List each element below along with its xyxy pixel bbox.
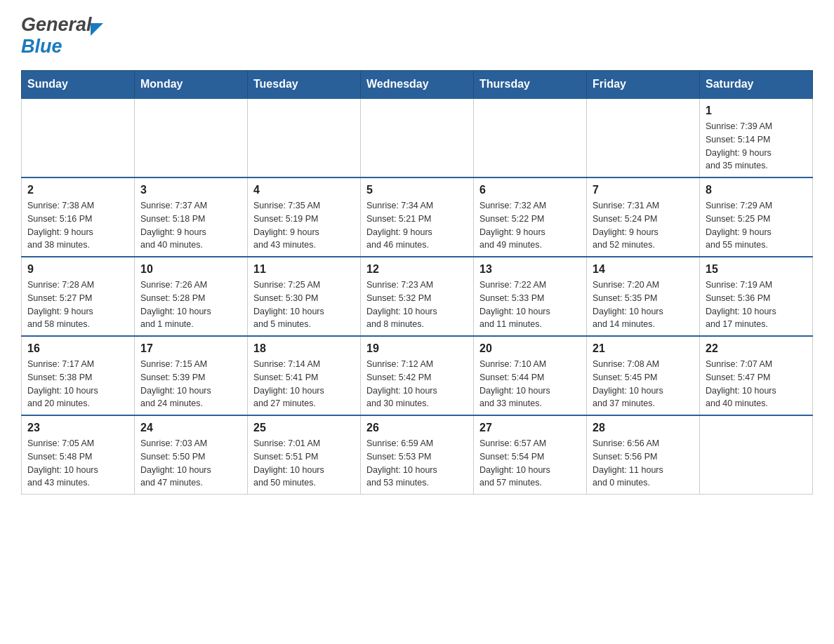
day-info: Sunrise: 7:28 AM Sunset: 5:27 PM Dayligh… xyxy=(27,279,128,331)
day-info: Sunrise: 7:23 AM Sunset: 5:32 PM Dayligh… xyxy=(366,279,468,331)
week-row-5: 23Sunrise: 7:05 AM Sunset: 5:48 PM Dayli… xyxy=(22,415,813,495)
day-info: Sunrise: 6:57 AM Sunset: 5:54 PM Dayligh… xyxy=(479,437,581,490)
calendar-cell: 25Sunrise: 7:01 AM Sunset: 5:51 PM Dayli… xyxy=(248,415,361,495)
calendar-cell: 24Sunrise: 7:03 AM Sunset: 5:50 PM Dayli… xyxy=(135,415,248,495)
calendar-cell: 6Sunrise: 7:32 AM Sunset: 5:22 PM Daylig… xyxy=(474,177,587,257)
day-number: 19 xyxy=(366,342,468,355)
day-number: 18 xyxy=(253,342,355,355)
weekday-header-row: SundayMondayTuesdayWednesdayThursdayFrid… xyxy=(22,71,813,99)
day-number: 10 xyxy=(140,263,241,276)
day-number: 22 xyxy=(706,342,807,355)
week-row-3: 9Sunrise: 7:28 AM Sunset: 5:27 PM Daylig… xyxy=(22,257,813,336)
day-info: Sunrise: 7:01 AM Sunset: 5:51 PM Dayligh… xyxy=(253,437,355,490)
day-info: Sunrise: 6:56 AM Sunset: 5:56 PM Dayligh… xyxy=(593,437,694,490)
calendar-cell: 17Sunrise: 7:15 AM Sunset: 5:39 PM Dayli… xyxy=(135,336,248,415)
calendar-cell: 4Sunrise: 7:35 AM Sunset: 5:19 PM Daylig… xyxy=(248,177,361,257)
day-info: Sunrise: 7:07 AM Sunset: 5:47 PM Dayligh… xyxy=(706,358,807,410)
day-info: Sunrise: 7:39 AM Sunset: 5:14 PM Dayligh… xyxy=(706,120,807,173)
calendar-cell: 8Sunrise: 7:29 AM Sunset: 5:25 PM Daylig… xyxy=(700,177,813,257)
day-number: 28 xyxy=(593,422,694,434)
day-info: Sunrise: 7:34 AM Sunset: 5:21 PM Dayligh… xyxy=(366,199,468,252)
day-number: 20 xyxy=(479,342,581,355)
calendar-cell xyxy=(22,98,135,177)
day-info: Sunrise: 6:59 AM Sunset: 5:53 PM Dayligh… xyxy=(366,437,468,490)
page-header: General Blue xyxy=(21,14,813,58)
calendar-cell: 13Sunrise: 7:22 AM Sunset: 5:33 PM Dayli… xyxy=(474,257,587,336)
day-number: 25 xyxy=(253,422,355,434)
weekday-header-friday: Friday xyxy=(587,71,700,99)
weekday-header-monday: Monday xyxy=(135,71,248,99)
calendar-cell: 28Sunrise: 6:56 AM Sunset: 5:56 PM Dayli… xyxy=(587,415,700,495)
logo: General Blue xyxy=(21,14,103,58)
day-info: Sunrise: 7:15 AM Sunset: 5:39 PM Dayligh… xyxy=(140,358,241,410)
day-number: 12 xyxy=(366,263,468,276)
calendar-table: SundayMondayTuesdayWednesdayThursdayFrid… xyxy=(21,70,813,495)
day-number: 13 xyxy=(479,263,581,276)
calendar-cell: 15Sunrise: 7:19 AM Sunset: 5:36 PM Dayli… xyxy=(700,257,813,336)
calendar-cell: 20Sunrise: 7:10 AM Sunset: 5:44 PM Dayli… xyxy=(474,336,587,415)
day-number: 14 xyxy=(593,263,694,276)
day-info: Sunrise: 7:25 AM Sunset: 5:30 PM Dayligh… xyxy=(253,279,355,331)
day-number: 6 xyxy=(479,184,581,196)
day-info: Sunrise: 7:22 AM Sunset: 5:33 PM Dayligh… xyxy=(479,279,581,331)
day-number: 16 xyxy=(27,342,128,355)
day-number: 15 xyxy=(706,263,807,276)
day-number: 7 xyxy=(593,184,694,196)
weekday-header-tuesday: Tuesday xyxy=(248,71,361,99)
day-info: Sunrise: 7:37 AM Sunset: 5:18 PM Dayligh… xyxy=(140,199,241,252)
day-info: Sunrise: 7:05 AM Sunset: 5:48 PM Dayligh… xyxy=(27,437,128,490)
day-info: Sunrise: 7:19 AM Sunset: 5:36 PM Dayligh… xyxy=(706,279,807,331)
calendar-cell: 9Sunrise: 7:28 AM Sunset: 5:27 PM Daylig… xyxy=(22,257,135,336)
day-number: 23 xyxy=(27,422,128,434)
day-number: 21 xyxy=(593,342,694,355)
day-info: Sunrise: 7:12 AM Sunset: 5:42 PM Dayligh… xyxy=(366,358,468,410)
weekday-header-thursday: Thursday xyxy=(474,71,587,99)
week-row-2: 2Sunrise: 7:38 AM Sunset: 5:16 PM Daylig… xyxy=(22,177,813,257)
day-info: Sunrise: 7:26 AM Sunset: 5:28 PM Dayligh… xyxy=(140,279,241,331)
calendar-cell: 19Sunrise: 7:12 AM Sunset: 5:42 PM Dayli… xyxy=(361,336,474,415)
calendar-cell: 3Sunrise: 7:37 AM Sunset: 5:18 PM Daylig… xyxy=(135,177,248,257)
calendar-cell: 18Sunrise: 7:14 AM Sunset: 5:41 PM Dayli… xyxy=(248,336,361,415)
day-info: Sunrise: 7:03 AM Sunset: 5:50 PM Dayligh… xyxy=(140,437,241,490)
day-info: Sunrise: 7:20 AM Sunset: 5:35 PM Dayligh… xyxy=(593,279,694,331)
week-row-1: 1Sunrise: 7:39 AM Sunset: 5:14 PM Daylig… xyxy=(22,98,813,177)
calendar-cell: 11Sunrise: 7:25 AM Sunset: 5:30 PM Dayli… xyxy=(248,257,361,336)
calendar-cell xyxy=(135,98,248,177)
weekday-header-wednesday: Wednesday xyxy=(361,71,474,99)
calendar-cell: 16Sunrise: 7:17 AM Sunset: 5:38 PM Dayli… xyxy=(22,336,135,415)
svg-marker-0 xyxy=(91,23,103,36)
day-number: 9 xyxy=(27,263,128,276)
weekday-header-saturday: Saturday xyxy=(700,71,813,99)
weekday-header-sunday: Sunday xyxy=(22,71,135,99)
calendar-cell xyxy=(361,98,474,177)
calendar-cell: 2Sunrise: 7:38 AM Sunset: 5:16 PM Daylig… xyxy=(22,177,135,257)
day-number: 11 xyxy=(253,263,355,276)
day-info: Sunrise: 7:08 AM Sunset: 5:45 PM Dayligh… xyxy=(593,358,694,410)
calendar-cell: 10Sunrise: 7:26 AM Sunset: 5:28 PM Dayli… xyxy=(135,257,248,336)
day-number: 2 xyxy=(27,184,128,196)
logo-arrow-icon xyxy=(91,23,103,36)
logo-general-text: General xyxy=(21,14,92,36)
day-number: 5 xyxy=(366,184,468,196)
day-info: Sunrise: 7:10 AM Sunset: 5:44 PM Dayligh… xyxy=(479,358,581,410)
calendar-cell xyxy=(474,98,587,177)
calendar-cell: 7Sunrise: 7:31 AM Sunset: 5:24 PM Daylig… xyxy=(587,177,700,257)
calendar-cell: 26Sunrise: 6:59 AM Sunset: 5:53 PM Dayli… xyxy=(361,415,474,495)
calendar-cell xyxy=(700,415,813,495)
day-number: 24 xyxy=(140,422,241,434)
day-info: Sunrise: 7:17 AM Sunset: 5:38 PM Dayligh… xyxy=(27,358,128,410)
day-number: 1 xyxy=(706,105,807,117)
day-info: Sunrise: 7:31 AM Sunset: 5:24 PM Dayligh… xyxy=(593,199,694,252)
calendar-cell xyxy=(248,98,361,177)
calendar-cell: 23Sunrise: 7:05 AM Sunset: 5:48 PM Dayli… xyxy=(22,415,135,495)
calendar-cell: 12Sunrise: 7:23 AM Sunset: 5:32 PM Dayli… xyxy=(361,257,474,336)
calendar-cell xyxy=(587,98,700,177)
week-row-4: 16Sunrise: 7:17 AM Sunset: 5:38 PM Dayli… xyxy=(22,336,813,415)
day-info: Sunrise: 7:29 AM Sunset: 5:25 PM Dayligh… xyxy=(706,199,807,252)
calendar-cell: 14Sunrise: 7:20 AM Sunset: 5:35 PM Dayli… xyxy=(587,257,700,336)
day-number: 27 xyxy=(479,422,581,434)
calendar-cell: 27Sunrise: 6:57 AM Sunset: 5:54 PM Dayli… xyxy=(474,415,587,495)
day-number: 8 xyxy=(706,184,807,196)
calendar-cell: 5Sunrise: 7:34 AM Sunset: 5:21 PM Daylig… xyxy=(361,177,474,257)
calendar-cell: 21Sunrise: 7:08 AM Sunset: 5:45 PM Dayli… xyxy=(587,336,700,415)
